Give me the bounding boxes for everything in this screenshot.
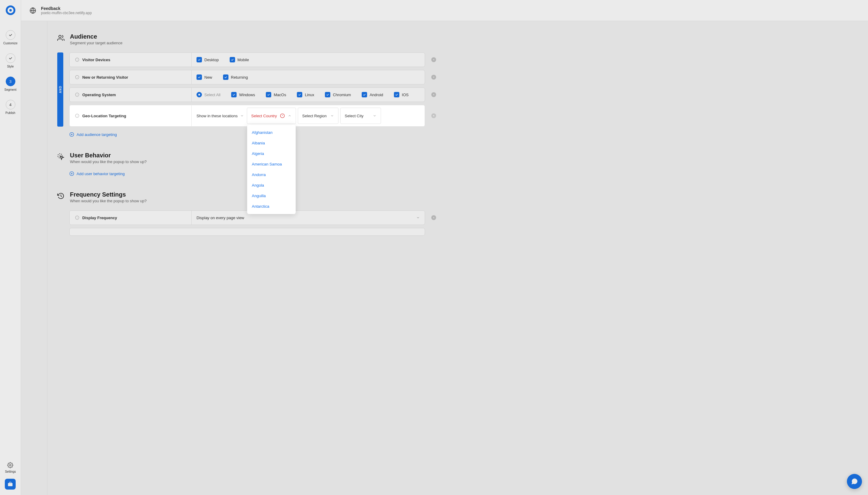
returning-checkbox[interactable]: Returning	[223, 74, 248, 80]
sidebar-nav: Customize Style 3 Segment 4 Publish Sett…	[0, 0, 21, 495]
visitor-label: New or Returning Visitor	[82, 75, 128, 80]
info-icon	[75, 92, 79, 97]
audience-title: Audience	[70, 33, 122, 40]
os-label: Operating System	[82, 92, 116, 97]
chat-button[interactable]	[847, 474, 862, 489]
select-all-radio[interactable]: Select All	[196, 92, 220, 97]
visitor-type-row: New or Returning Visitor New Returning	[69, 70, 425, 84]
display-frequency-select[interactable]: Display on every page view	[196, 214, 420, 222]
select-city[interactable]: Select City	[340, 108, 381, 124]
check-icon	[232, 93, 236, 97]
country-option[interactable]: American Samoa	[247, 159, 296, 169]
country-option[interactable]: Albania	[247, 138, 296, 148]
info-icon	[75, 75, 79, 79]
close-icon	[433, 58, 435, 61]
audience-section: Audience Segment your target audience AN…	[57, 33, 425, 137]
globe-icon	[30, 7, 36, 14]
and-tab: AND	[57, 52, 63, 126]
settings-button[interactable]: Settings	[5, 462, 16, 473]
frequency-title: Frequency Settings	[70, 191, 146, 198]
close-icon	[433, 115, 435, 117]
remove-row-button[interactable]	[431, 57, 436, 62]
audience-subtitle: Segment your target audience	[70, 41, 122, 45]
check-icon	[8, 33, 13, 37]
chevron-down-icon	[240, 114, 244, 118]
nav-step-segment[interactable]: 3 Segment	[4, 76, 16, 91]
display-frequency-label: Display Frequency	[82, 216, 117, 220]
country-option[interactable]: Algeria	[247, 148, 296, 159]
svg-point-4	[59, 35, 61, 38]
plus-circle-icon	[69, 171, 74, 176]
cursor-click-icon	[57, 153, 65, 160]
show-in-select[interactable]: Show in these locations	[196, 112, 244, 120]
close-icon	[433, 217, 435, 219]
country-dropdown: Afghanistan Albania Algeria American Sam…	[247, 125, 296, 214]
nav-step-style[interactable]: Style	[6, 53, 15, 68]
nav-step-segment-label: Segment	[4, 88, 16, 91]
check-icon	[326, 93, 329, 97]
svg-point-0	[10, 464, 11, 466]
devices-row: Visitor Devices Desktop Mobile	[69, 52, 425, 67]
alert-icon	[280, 113, 285, 118]
check-icon	[8, 56, 13, 60]
check-icon	[298, 93, 301, 97]
page-subtitle: poetic-muffin-cbc3ee.netlify.app	[41, 11, 92, 15]
close-icon	[433, 76, 435, 79]
macos-checkbox[interactable]: MacOs	[266, 92, 286, 97]
chat-icon	[851, 478, 858, 485]
geo-label: Geo-Location Targeting	[82, 114, 126, 118]
chevron-down-icon	[416, 216, 420, 220]
check-icon	[197, 58, 201, 62]
nav-step-customize-label: Customize	[3, 41, 17, 45]
behavior-title: User Behavior	[70, 152, 146, 159]
select-country[interactable]: Select Country Afghanistan Albania Alger…	[247, 108, 296, 124]
country-option[interactable]: Afghanistan	[247, 127, 296, 138]
settings-label: Settings	[5, 470, 16, 473]
briefcase-button[interactable]	[5, 479, 16, 490]
android-checkbox[interactable]: Android	[362, 92, 383, 97]
info-icon	[75, 57, 79, 62]
mobile-checkbox[interactable]: Mobile	[230, 57, 249, 63]
check-icon	[363, 93, 366, 97]
remove-row-button[interactable]	[431, 75, 436, 80]
check-icon	[224, 75, 228, 79]
country-option[interactable]: Angola	[247, 180, 296, 190]
history-icon	[57, 192, 65, 200]
country-option[interactable]: Anguilla	[247, 190, 296, 201]
os-row: Operating System Select All Windows	[69, 87, 425, 102]
country-option[interactable]: Antarctica	[247, 201, 296, 211]
plus-circle-icon	[69, 132, 74, 137]
behavior-section: User Behavior When would you like the po…	[57, 152, 425, 176]
desktop-checkbox[interactable]: Desktop	[196, 57, 219, 63]
check-icon	[395, 93, 398, 97]
remove-row-button[interactable]	[431, 113, 436, 118]
app-logo[interactable]	[6, 5, 15, 15]
page-title: Feedback	[41, 6, 92, 11]
select-region[interactable]: Select Region	[298, 108, 338, 124]
nav-step-publish-label: Publish	[5, 111, 15, 115]
audience-icon	[57, 34, 65, 41]
chromium-checkbox[interactable]: Chromium	[325, 92, 351, 97]
chevron-down-icon	[373, 114, 377, 118]
remove-row-button[interactable]	[431, 92, 436, 97]
check-icon	[230, 58, 234, 62]
frequency-subtitle: When would you like the popup to show up…	[70, 199, 146, 203]
new-checkbox[interactable]: New	[196, 74, 212, 80]
country-option[interactable]: Andorra	[247, 169, 296, 180]
nav-step-customize[interactable]: Customize	[3, 30, 17, 45]
windows-checkbox[interactable]: Windows	[231, 92, 255, 97]
info-icon	[75, 114, 79, 118]
page-header: Feedback poetic-muffin-cbc3ee.netlify.ap…	[21, 0, 868, 21]
linux-checkbox[interactable]: Linux	[297, 92, 314, 97]
behavior-subtitle: When would you like the popup to show up…	[70, 159, 146, 164]
check-icon	[267, 93, 270, 97]
frequency-section: Frequency Settings When would you like t…	[57, 191, 425, 236]
check-icon	[197, 75, 201, 79]
remove-row-button[interactable]	[431, 215, 436, 220]
empty-row	[69, 228, 425, 236]
chevron-down-icon	[330, 114, 334, 118]
ios-checkbox[interactable]: IOS	[394, 92, 409, 97]
gear-icon	[7, 462, 13, 468]
nav-step-publish[interactable]: 4 Publish	[5, 100, 15, 115]
devices-label: Visitor Devices	[82, 57, 110, 62]
